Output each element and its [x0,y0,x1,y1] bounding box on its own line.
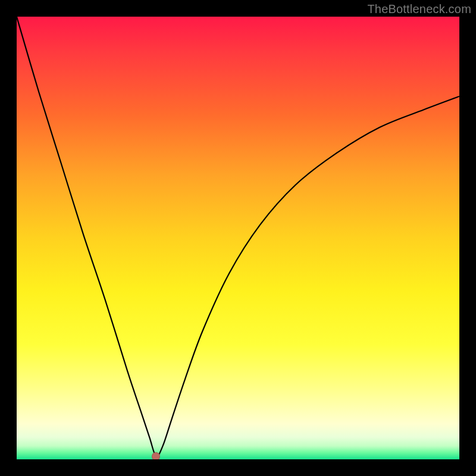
watermark-text: TheBottleneck.com [367,2,471,16]
plot-area [17,17,459,459]
chart-frame: TheBottleneck.com [0,0,476,476]
bottleneck-curve [17,17,459,459]
minimum-marker [152,452,160,459]
curve-path [17,17,459,456]
